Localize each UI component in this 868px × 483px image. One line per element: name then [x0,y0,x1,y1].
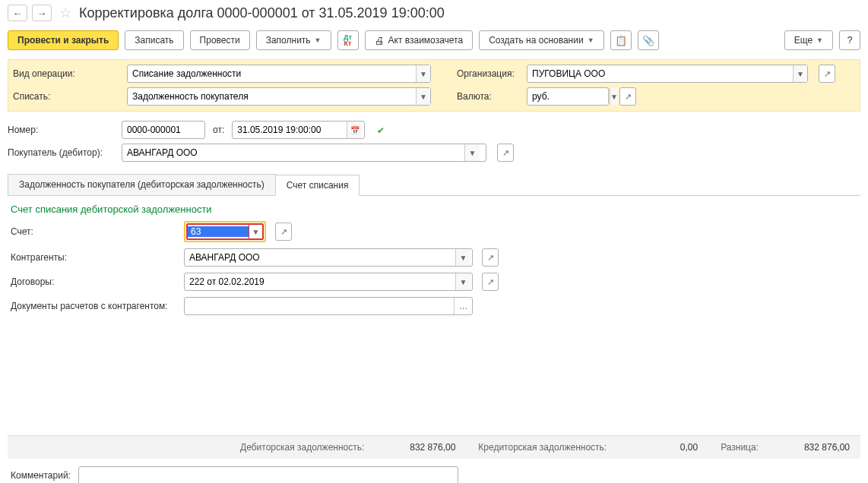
counterparty-label: Контрагенты: [11,252,178,263]
forward-button[interactable]: → [32,5,52,21]
contract-input[interactable] [185,273,455,290]
buyer-label: Покупатель (дебитор): [8,147,114,158]
dropdown-icon[interactable]: ▼ [416,65,430,82]
write-off-label: Списать: [13,91,119,102]
paperclip-icon [642,35,654,46]
op-type-label: Вид операции: [13,68,119,79]
org-label: Организация: [457,68,519,79]
diff-label: Разница: [721,442,759,453]
docs-input[interactable] [185,298,454,314]
dropdown-icon[interactable]: ▼ [610,88,618,105]
footer-summary: Дебиторская задолженность: 832 876,00 Кр… [8,435,860,459]
dropdown-icon[interactable]: ▼ [416,88,430,105]
docs-label: Документы расчетов с контрагентом: [11,301,178,311]
chevron-down-icon: ▼ [588,36,594,44]
date-from-label: от: [213,125,224,135]
save-button[interactable]: Записать [125,30,183,50]
more-button[interactable]: Еще▼ [784,30,833,50]
counterparty-input[interactable] [185,249,455,266]
create-based-on-button[interactable]: Создать на основании▼ [479,30,603,50]
dtkt-button[interactable]: ДтКт [337,30,359,50]
clipboard-button[interactable] [610,30,632,50]
fill-button[interactable]: Заполнить▼ [256,30,331,50]
contract-label: Договоры: [11,276,178,287]
clipboard-icon [615,35,627,46]
number-input[interactable] [122,122,206,138]
debit-label: Дебиторская задолженность: [240,442,364,453]
post-and-close-button[interactable]: Провести и закрыть [8,30,119,50]
ellipsis-icon[interactable]: … [454,298,472,314]
dropdown-icon[interactable]: ▼ [464,144,480,161]
help-button[interactable]: ? [839,30,860,50]
comment-label: Комментарий: [11,470,71,481]
comment-input[interactable] [79,467,458,483]
validate-button[interactable] [377,125,385,136]
org-input[interactable] [527,65,793,82]
currency-input[interactable] [527,88,610,105]
currency-label: Валюта: [457,91,519,102]
printer-icon [375,35,385,46]
number-label: Номер: [8,125,114,135]
tab-writeoff[interactable]: Счет списания [275,175,360,196]
buyer-input[interactable] [122,144,464,161]
star-icon[interactable]: ☆ [59,5,71,21]
section-title: Счет списания дебиторской задолженности [11,204,857,215]
chevron-down-icon: ▼ [816,36,823,44]
calendar-icon[interactable]: 📅 [347,122,362,138]
open-external-icon[interactable]: ↗ [275,223,292,241]
dropdown-icon[interactable]: ▼ [249,225,262,238]
open-external-icon[interactable]: ↗ [619,87,636,106]
attach-button[interactable] [638,30,659,50]
write-off-input[interactable] [128,88,416,105]
page-title: Корректировка долга 0000-000001 от 31.05… [79,5,445,21]
back-button[interactable]: ← [8,5,27,21]
dropdown-icon[interactable]: ▼ [793,65,807,82]
credit-label: Кредиторская задолженность: [478,442,607,453]
open-external-icon[interactable]: ↗ [819,65,835,83]
date-input[interactable] [233,122,347,138]
offset-act-button[interactable]: Акт взаимозачета [365,30,474,50]
op-type-input[interactable] [128,65,416,82]
dropdown-icon[interactable]: ▼ [455,273,470,290]
credit-value: 0,00 [629,442,698,453]
diff-value: 832 876,00 [781,442,850,453]
open-external-icon[interactable]: ↗ [497,144,514,162]
highlighted-form-zone: Вид операции: ▼ Списать: ▼ Организация: … [8,59,860,112]
dropdown-icon[interactable]: ▼ [455,249,470,266]
post-button[interactable]: Провести [190,30,250,50]
account-highlight: ▼ [184,221,266,242]
account-input[interactable] [188,226,249,237]
tab-debt[interactable]: Задолженность покупателя (дебиторская за… [8,174,276,195]
account-label: Счет: [11,226,178,237]
open-external-icon[interactable]: ↗ [482,248,499,267]
chevron-down-icon: ▼ [315,36,322,44]
open-external-icon[interactable]: ↗ [482,273,499,291]
debit-value: 832 876,00 [387,442,455,453]
